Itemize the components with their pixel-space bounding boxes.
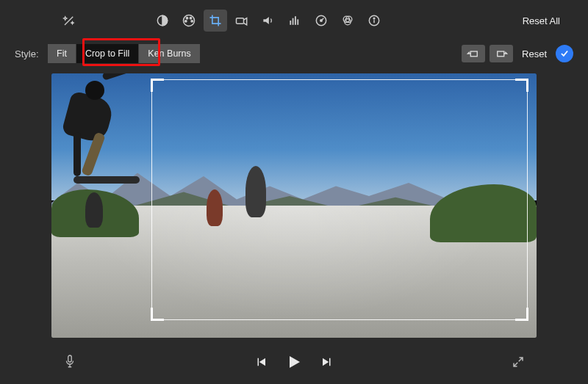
svg-point-5	[185, 21, 187, 22]
video-viewer	[51, 73, 537, 338]
style-option-fit[interactable]: Fit	[48, 44, 76, 63]
transport-controls	[254, 353, 334, 374]
svg-rect-10	[297, 19, 298, 25]
svg-point-17	[373, 18, 375, 19]
rotate-ccw-button[interactable]	[462, 45, 485, 62]
crop-icon[interactable]	[204, 10, 227, 32]
svg-rect-6	[237, 18, 244, 24]
playback-bar	[0, 350, 588, 377]
volume-icon[interactable]	[257, 10, 280, 32]
svg-rect-7	[290, 21, 291, 25]
style-option-ken-burns[interactable]: Ken Burns	[139, 44, 199, 63]
top-toolbar: Reset All	[0, 7, 588, 34]
crop-handle-top-right[interactable]	[515, 79, 528, 92]
svg-rect-20	[68, 355, 72, 362]
magic-wand-icon[interactable]	[57, 10, 81, 32]
speed-gauge-icon[interactable]	[309, 10, 333, 32]
info-icon[interactable]	[362, 10, 386, 32]
style-bar: Style: Fit Crop to Fill Ken Burns Reset	[0, 41, 588, 66]
crop-handle-bottom-left[interactable]	[151, 308, 164, 321]
reset-button[interactable]: Reset	[522, 48, 547, 59]
style-label: Style:	[15, 48, 39, 59]
expand-icon[interactable]	[512, 355, 525, 372]
rotate-cw-button[interactable]	[490, 45, 513, 62]
crop-handle-top-left[interactable]	[151, 79, 164, 92]
equalizer-icon[interactable]	[283, 10, 306, 32]
svg-rect-19	[498, 51, 504, 57]
svg-point-4	[191, 21, 193, 22]
color-balance-icon[interactable]	[151, 10, 174, 32]
video-crop-editor: Reset All Style: Fit Crop to Fill Ken Bu…	[0, 0, 588, 384]
svg-point-2	[186, 18, 187, 19]
style-segmented-control: Fit Crop to Fill Ken Burns	[48, 44, 200, 63]
svg-point-12	[320, 20, 323, 22]
reset-all-button[interactable]: Reset All	[517, 12, 566, 29]
apply-button[interactable]	[556, 45, 573, 62]
microphone-icon[interactable]	[63, 354, 76, 373]
camera-icon[interactable]	[230, 10, 254, 32]
skip-back-button[interactable]	[254, 355, 268, 372]
color-filter-icon[interactable]	[336, 10, 359, 32]
skip-forward-button[interactable]	[320, 355, 334, 372]
color-palette-icon[interactable]	[177, 10, 201, 32]
svg-rect-9	[295, 16, 296, 25]
svg-point-3	[190, 18, 191, 19]
crop-handle-bottom-right[interactable]	[515, 308, 528, 321]
style-option-crop-to-fill[interactable]: Crop to Fill	[76, 44, 139, 63]
svg-rect-8	[293, 18, 294, 25]
play-button[interactable]	[285, 353, 303, 374]
crop-selection-frame[interactable]	[151, 79, 528, 320]
svg-rect-18	[470, 51, 477, 57]
